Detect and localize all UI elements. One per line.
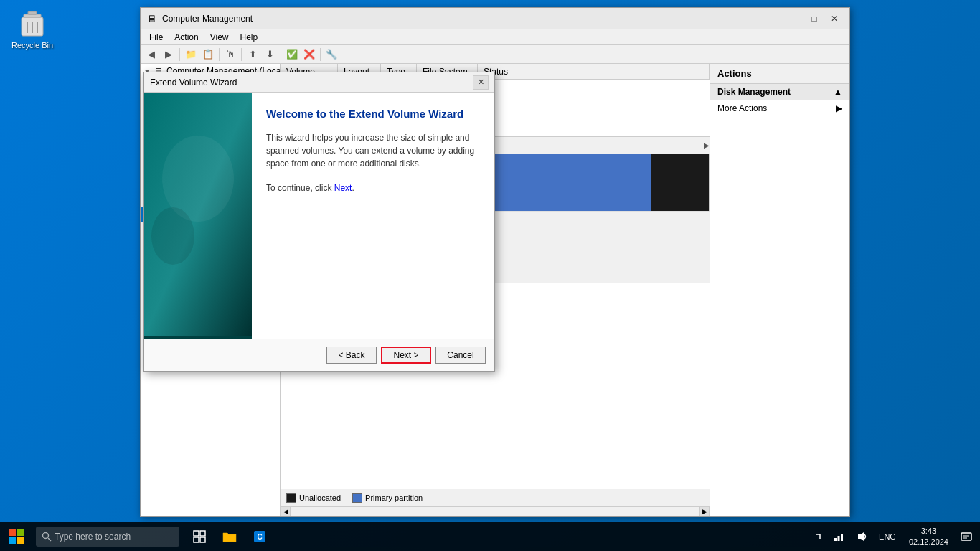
svg-marker-24 — [858, 532, 864, 541]
search-input[interactable] — [55, 532, 169, 542]
wizard-close-button[interactable]: ✕ — [473, 75, 489, 90]
svg-rect-11 — [9, 537, 16, 544]
svg-rect-21 — [834, 538, 837, 541]
svg-rect-12 — [17, 537, 24, 544]
desktop: Recycle Bin 🖥 Computer Management — □ ✕ … — [0, 0, 980, 551]
svg-rect-9 — [9, 529, 16, 536]
search-bar[interactable] — [36, 527, 179, 547]
start-button[interactable] — [0, 522, 32, 551]
wizard-title-text: Extend Volume Wizard — [150, 77, 473, 88]
svg-rect-23 — [841, 534, 843, 541]
wizard-continue-text: To continue, click Next. — [266, 182, 480, 194]
notification-center[interactable] — [956, 522, 977, 551]
svg-point-8 — [151, 207, 194, 265]
network-icon[interactable] — [827, 522, 850, 551]
svg-rect-17 — [194, 537, 199, 542]
wizard-content-area: Welcome to the Extend Volume Wizard This… — [252, 93, 494, 339]
clock-date: 02.12.2024 — [909, 537, 948, 547]
svg-rect-22 — [838, 536, 840, 541]
tray-expand[interactable] — [809, 522, 827, 551]
svg-rect-18 — [200, 537, 205, 542]
wizard-sidebar-image — [144, 93, 252, 339]
wizard-next-link[interactable]: Next — [334, 183, 352, 193]
clock-time: 3:43 — [921, 526, 936, 537]
language-label: ENG — [879, 532, 896, 541]
taskbar: C — [0, 522, 980, 551]
wizard-back-button[interactable]: < Back — [326, 347, 377, 364]
wizard-continue-label: To continue, click — [266, 183, 334, 193]
svg-rect-15 — [194, 531, 199, 536]
clock[interactable]: 3:43 02.12.2024 — [902, 522, 956, 551]
svg-rect-25 — [961, 533, 971, 540]
volume-icon[interactable] — [850, 522, 873, 551]
wizard-period: . — [352, 183, 354, 193]
wizard-description: This wizard helps you increase the size … — [266, 131, 480, 170]
taskbar-icons: C — [185, 522, 274, 551]
wizard-footer: < Back Next > Cancel — [144, 339, 494, 371]
wizard-main-title: Welcome to the Extend Volume Wizard — [266, 107, 480, 121]
cm-taskbar-button[interactable]: C — [245, 522, 274, 551]
wizard-overlay: Extend Volume Wizard ✕ — [0, 0, 980, 551]
wizard-titlebar: Extend Volume Wizard ✕ — [144, 72, 494, 93]
taskbar-right: ENG 3:43 02.12.2024 — [809, 522, 980, 551]
svg-rect-16 — [200, 531, 205, 536]
task-view-button[interactable] — [185, 522, 214, 551]
svg-text:C: C — [257, 533, 262, 541]
svg-rect-10 — [17, 529, 24, 536]
svg-line-14 — [48, 538, 51, 541]
wizard-body: Welcome to the Extend Volume Wizard This… — [144, 93, 494, 339]
language-indicator[interactable]: ENG — [873, 522, 902, 551]
file-explorer-button[interactable] — [215, 522, 244, 551]
extend-volume-wizard: Extend Volume Wizard ✕ — [143, 72, 495, 372]
svg-point-13 — [43, 533, 49, 539]
wizard-cancel-button[interactable]: Cancel — [435, 347, 486, 364]
wizard-next-button[interactable]: Next > — [381, 347, 431, 364]
